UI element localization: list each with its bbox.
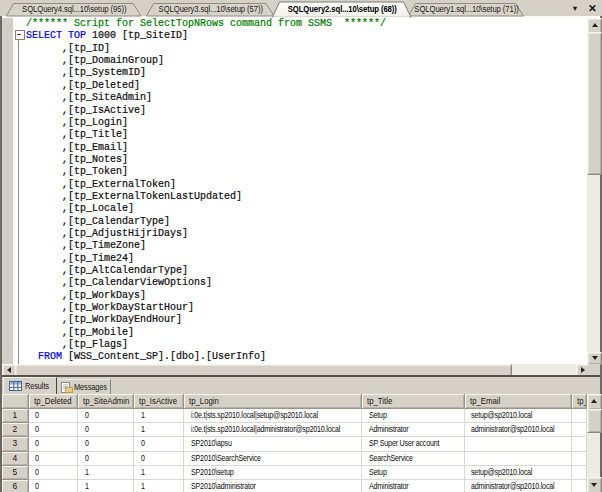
tab-list-dropdown-icon[interactable]: ▼: [567, 2, 583, 15]
code-line: FROM [WSS_Content_SP].[dbo].[UserInfo]: [26, 351, 386, 363]
grid-cell[interactable]: Setup: [362, 466, 465, 480]
down-arrow-glyph: [591, 483, 597, 487]
code-fold-minus: [17, 34, 21, 35]
code-line: ,[tp_ID]: [26, 43, 386, 55]
grid-column-header[interactable]: tp_Deleted: [29, 394, 79, 409]
grid-cell[interactable]: [572, 437, 587, 451]
grid-cell[interactable]: [465, 437, 572, 451]
results-grid-icon: [9, 381, 22, 391]
grid-cell[interactable]: 0: [29, 423, 79, 437]
grid-cell[interactable]: 1: [78, 466, 134, 480]
grid-vscroll-thumb[interactable]: [587, 409, 602, 433]
code-line: ,[tp_Email]: [26, 142, 386, 154]
grid-cell[interactable]: SP2010\apsu: [184, 437, 362, 451]
code-line: ,[tp_Token]: [26, 166, 386, 178]
code-line: ,[tp_SystemID]: [26, 67, 386, 79]
grid-cell[interactable]: [572, 409, 587, 423]
grid-cell[interactable]: 0: [134, 437, 184, 451]
left-arrow-glyph: [7, 367, 11, 373]
grid-cell[interactable]: 1: [134, 480, 184, 492]
sql-code[interactable]: /****** Script for SelectTopNRows comman…: [26, 18, 386, 363]
code-line: ,[tp_Login]: [26, 117, 386, 129]
grid-cell[interactable]: [465, 452, 572, 466]
editor-horizontal-scrollbar[interactable]: [2, 364, 588, 376]
code-fold-collapse-icon[interactable]: [15, 30, 25, 40]
code-line: SELECT TOP 1000 [tp_SiteID]: [26, 30, 386, 42]
code-line: ,[tp_WorkDayEndHour]: [26, 314, 386, 326]
grid-cell[interactable]: 1: [134, 466, 184, 480]
code-line: ,[tp_Time24]: [26, 253, 386, 265]
grid-cell[interactable]: i:0e.t|sts.sp2010.local|administrator@sp…: [184, 423, 362, 437]
grid-cell[interactable]: Administrator: [362, 423, 465, 437]
grid-column-header[interactable]: tp_: [572, 394, 587, 409]
code-line: ,[tp_DomainGroup]: [26, 55, 386, 67]
grid-cell[interactable]: 0: [29, 480, 79, 492]
tab-sqlquery2-active[interactable]: SQLQuery2.sql...10\setup (68)): [278, 4, 405, 14]
grid-vertical-scrollbar[interactable]: [587, 394, 601, 492]
code-line: ,[tp_AltCalendarType]: [26, 265, 386, 277]
messages-tab-label: Messages: [74, 383, 107, 392]
grid-cell[interactable]: [572, 452, 587, 466]
grid-corner-cell[interactable]: [2, 394, 29, 409]
grid-cell[interactable]: 0: [78, 409, 134, 423]
grid-cell[interactable]: [572, 466, 587, 480]
grid-cell[interactable]: 0: [29, 409, 79, 423]
grid-cell[interactable]: [572, 480, 587, 492]
grid-cell[interactable]: 0: [78, 423, 134, 437]
tab-sqlquery4[interactable]: SQLQuery4.sql...10\setup (95)): [12, 4, 136, 14]
code-line: ,[tp_Locale]: [26, 203, 386, 215]
tab-messages[interactable]: Messages: [56, 379, 111, 394]
grid-cell[interactable]: 1: [134, 409, 184, 423]
sql-editor[interactable]: /****** Script for SelectTopNRows comman…: [2, 18, 587, 364]
grid-row-header[interactable]: 2: [2, 423, 29, 437]
grid-row-header[interactable]: 4: [2, 452, 29, 466]
grid-column-header[interactable]: tp_SiteAdmin: [78, 394, 134, 409]
code-line: ,[tp_AdjustHijriDays]: [26, 228, 386, 240]
code-line: ,[tp_ExternalTokenLastUpdated]: [26, 191, 386, 203]
grid-cell[interactable]: SearchService: [362, 452, 465, 466]
code-line: ,[tp_Notes]: [26, 154, 386, 166]
grid-row-header[interactable]: 5: [2, 466, 29, 480]
grid-cell[interactable]: SP2010\SearchService: [184, 452, 362, 466]
code-line: ,[tp_ExternalToken]: [26, 179, 386, 191]
tab-close-icon[interactable]: ✕: [585, 1, 600, 15]
grid-cell[interactable]: 0: [78, 452, 134, 466]
grid-cell[interactable]: Administrator: [362, 480, 465, 492]
grid-column-header[interactable]: tp_IsActive: [134, 394, 184, 409]
tab-results[interactable]: Results: [3, 377, 57, 393]
grid-cell[interactable]: 1: [78, 480, 134, 492]
code-line: ,[tp_Mobile]: [26, 327, 386, 339]
grid-scroll-down-icon[interactable]: [587, 477, 602, 492]
grid-cell[interactable]: 0: [29, 452, 79, 466]
grid-cell[interactable]: setup@sp2010.local: [465, 409, 572, 423]
code-fold-guide-line: [18, 40, 19, 364]
grid-row-header[interactable]: 6: [2, 480, 29, 492]
grid-cell[interactable]: SP2010\administrator: [184, 480, 362, 492]
down-arrow-glyph: [592, 356, 598, 360]
grid-cell[interactable]: administrator@sp2010.local: [465, 423, 572, 437]
grid-row-header[interactable]: 3: [2, 437, 29, 451]
grid-row-header[interactable]: 1: [2, 409, 29, 423]
grid-cell[interactable]: setup@sp2010.local: [465, 466, 572, 480]
grid-cell[interactable]: 0: [29, 437, 79, 451]
tab-sqlquery3[interactable]: SQLQuery3.sql...10\setup (57)): [152, 4, 269, 14]
editor-vertical-scrollbar[interactable]: [587, 18, 600, 364]
grid-cell[interactable]: [572, 423, 587, 437]
editor-selection-margin: [2, 18, 13, 364]
grid-cell[interactable]: 0: [134, 452, 184, 466]
grid-column-header[interactable]: tp_Login: [184, 394, 362, 409]
results-grid[interactable]: tp_Deletedtp_SiteAdmintp_IsActivetp_Logi…: [2, 394, 600, 492]
grid-cell[interactable]: SP Super User account: [362, 437, 465, 451]
editor-vscroll-thumb[interactable]: [587, 32, 602, 175]
grid-cell[interactable]: 0: [29, 466, 79, 480]
tab-sqlquery1[interactable]: SQLQuery1.sql...10\setup (71)): [413, 4, 519, 14]
grid-column-header[interactable]: tp_Email: [465, 394, 572, 409]
grid-cell[interactable]: 0: [78, 437, 134, 451]
grid-scroll-up-icon[interactable]: [587, 394, 602, 410]
grid-cell[interactable]: Setup: [362, 409, 465, 423]
grid-cell[interactable]: 1: [134, 423, 184, 437]
grid-cell[interactable]: i:0e.t|sts.sp2010.local|setup@sp2010.loc…: [184, 409, 362, 423]
grid-column-header[interactable]: tp_Title: [362, 394, 465, 409]
grid-cell[interactable]: administrator@sp2010.local: [465, 480, 572, 492]
grid-cell[interactable]: SP2010\setup: [184, 466, 362, 480]
